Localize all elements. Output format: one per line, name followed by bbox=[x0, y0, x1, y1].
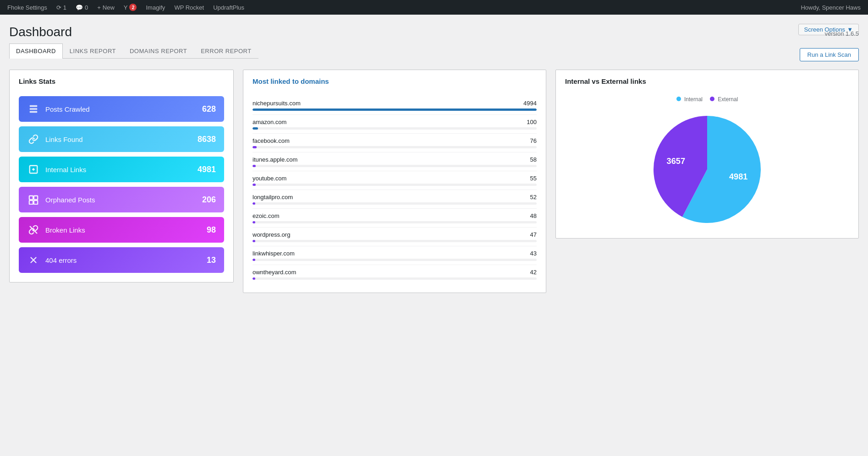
posts-crawled-label: Posts Crawled bbox=[45, 105, 90, 113]
domain-row: longtailpro.com 52 bbox=[253, 190, 537, 209]
links-found-icon bbox=[27, 133, 40, 146]
main-grid: Links Stats Posts Crawled 628 bbox=[9, 70, 859, 293]
version-text: version 1.6.5 bbox=[9, 30, 859, 37]
stat-broken-links[interactable]: Broken Links 98 bbox=[19, 217, 224, 243]
wp-rocket-link[interactable]: WP Rocket bbox=[170, 0, 208, 15]
external-legend-item: External bbox=[710, 96, 738, 103]
domain-bar-bg bbox=[253, 146, 537, 148]
domain-bar-bg bbox=[253, 127, 537, 130]
links-stats-body: Posts Crawled 628 Links Found 8638 bbox=[10, 91, 233, 282]
domain-count: 48 bbox=[530, 212, 537, 219]
updraftplus-link[interactable]: UpdraftPlus bbox=[209, 0, 248, 15]
domain-bar-bg bbox=[253, 221, 537, 223]
internal-links-icon bbox=[27, 163, 40, 176]
stat-orphaned-posts[interactable]: Orphaned Posts 206 bbox=[19, 187, 224, 212]
domain-name: ezoic.com bbox=[253, 212, 280, 219]
404-errors-count: 13 bbox=[207, 255, 216, 265]
broken-links-label: Broken Links bbox=[45, 226, 85, 234]
domain-header: ezoic.com 48 bbox=[253, 212, 537, 219]
domain-bar-fill bbox=[253, 184, 256, 186]
domain-row: youtube.com 55 bbox=[253, 171, 537, 190]
svg-rect-1 bbox=[30, 109, 38, 110]
svg-rect-5 bbox=[34, 196, 38, 200]
domains-list: nichepursuits.com 4994 amazon.com 100 fa… bbox=[243, 91, 546, 293]
domain-bar-bg bbox=[253, 240, 537, 242]
domain-name: youtube.com bbox=[253, 175, 286, 182]
updates-icon: ⟳ bbox=[56, 4, 61, 11]
domain-header: wordpress.org 47 bbox=[253, 231, 537, 238]
domain-row: linkwhisper.com 43 bbox=[253, 246, 537, 265]
pie-chart-title: Internal vs External links bbox=[556, 70, 858, 91]
domain-bar-bg bbox=[253, 109, 537, 111]
tab-links-report[interactable]: LINKS REPORT bbox=[63, 43, 123, 58]
new-content-link[interactable]: + New bbox=[93, 0, 118, 15]
site-name-link[interactable]: Fhoke Settings bbox=[4, 0, 51, 15]
svg-rect-7 bbox=[34, 201, 38, 204]
tab-domains-report[interactable]: DOMAINS REPORT bbox=[123, 43, 194, 58]
domain-bar-fill bbox=[253, 165, 256, 167]
stat-left-links-found: Links Found bbox=[27, 133, 83, 146]
stat-links-found[interactable]: Links Found 8638 bbox=[19, 126, 224, 152]
internal-legend-item: Internal bbox=[676, 96, 703, 103]
domain-bar-fill bbox=[253, 221, 255, 223]
stat-left-404-errors: 404 errors bbox=[27, 254, 77, 266]
404-errors-icon bbox=[27, 254, 40, 266]
yoast-icon: Y bbox=[124, 4, 128, 11]
domain-count: 55 bbox=[530, 175, 537, 182]
domain-bar-fill bbox=[253, 240, 255, 242]
domain-row: wordpress.org 47 bbox=[253, 228, 537, 246]
svg-rect-6 bbox=[29, 201, 33, 204]
svg-rect-2 bbox=[30, 111, 38, 113]
domain-count: 4994 bbox=[523, 100, 537, 107]
internal-links-count: 4981 bbox=[198, 165, 216, 174]
tab-error-report[interactable]: ERROR REPORT bbox=[194, 43, 258, 58]
domain-header: nichepursuits.com 4994 bbox=[253, 100, 537, 107]
stat-internal-links[interactable]: Internal Links 4981 bbox=[19, 157, 224, 182]
domain-bar-fill bbox=[253, 127, 258, 130]
404-errors-label: 404 errors bbox=[45, 256, 77, 264]
content-wrap: Dashboard Screen Options ▼ version 1.6.5… bbox=[0, 15, 868, 456]
domains-title-highlight: domains bbox=[301, 77, 329, 85]
broken-links-icon bbox=[27, 223, 40, 236]
domain-count: 47 bbox=[530, 231, 537, 238]
domain-bar-fill bbox=[253, 277, 255, 280]
internal-legend-label: Internal bbox=[684, 96, 703, 103]
domain-bar-bg bbox=[253, 259, 537, 261]
domain-name: amazon.com bbox=[253, 119, 286, 125]
stat-posts-crawled[interactable]: Posts Crawled 628 bbox=[19, 96, 224, 122]
domain-name: facebook.com bbox=[253, 137, 290, 144]
domain-name: longtailpro.com bbox=[253, 194, 293, 201]
domain-name: wordpress.org bbox=[253, 231, 290, 238]
external-legend-label: External bbox=[718, 96, 738, 103]
stat-404-errors[interactable]: 404 errors 13 bbox=[19, 247, 224, 273]
pie-chart-svg-container: 49813657 bbox=[648, 110, 767, 229]
tab-dashboard[interactable]: DASHBOARD bbox=[9, 43, 63, 59]
external-legend-dot bbox=[710, 97, 714, 101]
domain-count: 100 bbox=[527, 119, 537, 125]
posts-crawled-icon bbox=[27, 103, 40, 115]
howdy-text: Howdy, Spencer Haws bbox=[801, 4, 864, 11]
nav-row: DASHBOARD LINKS REPORT DOMAINS REPORT ER… bbox=[9, 42, 859, 68]
updates-link[interactable]: ⟳ 1 bbox=[53, 0, 70, 15]
comments-link[interactable]: 💬 0 bbox=[72, 0, 92, 15]
domain-row: itunes.apple.com 58 bbox=[253, 152, 537, 171]
domains-title-prefix: Most linked to bbox=[253, 77, 301, 85]
stat-left-internal-links: Internal Links bbox=[27, 163, 86, 176]
orphaned-posts-count: 206 bbox=[202, 195, 216, 205]
title-block: Dashboard bbox=[9, 24, 72, 40]
domain-name: nichepursuits.com bbox=[253, 100, 301, 107]
domain-bar-fill bbox=[253, 109, 537, 111]
comment-icon: 💬 bbox=[76, 4, 83, 11]
nav-tabs: DASHBOARD LINKS REPORT DOMAINS REPORT ER… bbox=[9, 43, 258, 59]
new-label: New bbox=[103, 4, 115, 11]
yoast-link[interactable]: Y 2 bbox=[120, 0, 141, 15]
links-stats-title: Links Stats bbox=[10, 70, 233, 91]
stat-left-orphaned-posts: Orphaned Posts bbox=[27, 193, 95, 206]
orphaned-posts-icon bbox=[27, 193, 40, 206]
run-scan-button[interactable]: Run a Link Scan bbox=[800, 48, 859, 61]
domain-bar-bg bbox=[253, 165, 537, 167]
stat-left-posts-crawled: Posts Crawled bbox=[27, 103, 90, 115]
domain-header: facebook.com 76 bbox=[253, 137, 537, 144]
imagify-link[interactable]: Imagify bbox=[142, 0, 169, 15]
svg-rect-0 bbox=[30, 105, 38, 107]
